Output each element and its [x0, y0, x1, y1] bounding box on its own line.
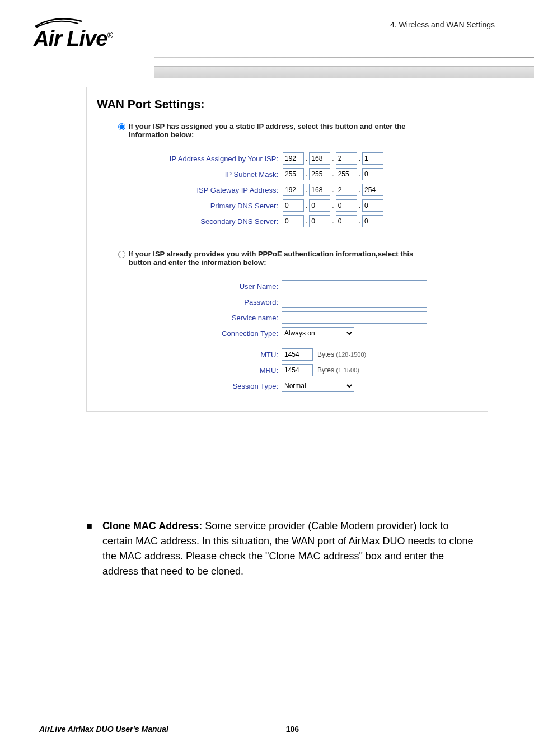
pppoe-radio-label: If your ISP already provides you with PP… [129, 250, 431, 267]
logo-registered: ® [107, 31, 112, 40]
subnet-oct2[interactable] [309, 168, 330, 180]
primary-dns-oct2[interactable] [309, 199, 330, 212]
subnet-oct3[interactable] [336, 168, 357, 180]
sessiontype-select[interactable]: Normal [282, 380, 354, 392]
mtu-label: MTU: [97, 351, 282, 359]
secondary-dns-label: Secondary DNS Server: [97, 217, 282, 226]
pppoe-radio-row[interactable]: If your ISP already provides you with PP… [118, 250, 477, 267]
subnet-oct4[interactable] [362, 168, 383, 180]
subnet-label: IP Subnet Mask: [97, 170, 282, 179]
mtu-hint: Bytes (128-1500) [317, 351, 366, 358]
static-ip-radio[interactable] [118, 123, 125, 130]
password-field[interactable] [282, 296, 427, 308]
pppoe-form: User Name: Password: Service name: Conne… [97, 280, 477, 392]
ip-assigned-oct1[interactable] [283, 152, 304, 165]
sessiontype-label: Session Type: [97, 382, 282, 390]
static-ip-radio-row[interactable]: If your ISP has assigned you a static IP… [118, 122, 477, 139]
secondary-dns-oct2[interactable] [309, 215, 330, 227]
secondary-dns-oct3[interactable] [336, 215, 357, 227]
footer-manual-title: AirLive AirMax DUO User's Manual [39, 725, 168, 734]
password-label: Password: [97, 298, 282, 306]
mru-label: MRU: [97, 366, 282, 375]
page-footer: AirLive AirMax DUO User's Manual 106 [39, 725, 495, 734]
ip-assigned-oct4[interactable] [362, 152, 383, 165]
brand-logo: Air Live® [34, 16, 151, 51]
gateway-oct4[interactable] [362, 184, 383, 196]
conntype-select[interactable]: Always on [282, 327, 354, 339]
mru-hint: Bytes (1-1500) [317, 366, 359, 374]
gateway-label: ISP Gateway IP Address: [97, 186, 282, 194]
primary-dns-oct3[interactable] [336, 199, 357, 212]
username-label: User Name: [97, 282, 282, 291]
header-divider-bar [154, 66, 534, 78]
wan-port-settings-panel: WAN Port Settings: If your ISP has assig… [86, 87, 488, 412]
gateway-oct3[interactable] [336, 184, 357, 196]
primary-dns-oct1[interactable] [283, 199, 304, 212]
logo-swoosh-icon [34, 16, 84, 28]
servicename-field[interactable] [282, 311, 427, 324]
servicename-label: Service name: [97, 314, 282, 322]
gateway-oct2[interactable] [309, 184, 330, 196]
footer-page-number: 106 [286, 725, 299, 734]
ip-assigned-oct3[interactable] [336, 152, 357, 165]
static-ip-form: IP Address Assigned by Your ISP: . . . I… [97, 152, 477, 227]
secondary-dns-oct1[interactable] [283, 215, 304, 227]
username-field[interactable] [282, 280, 427, 292]
clone-mac-paragraph: ■ Clone MAC Address: Some service provid… [86, 519, 478, 579]
ip-assigned-label: IP Address Assigned by Your ISP: [97, 155, 282, 163]
primary-dns-label: Primary DNS Server: [97, 202, 282, 210]
logo-text: Air Live® [34, 27, 151, 51]
clone-mac-heading: Clone MAC Address: [102, 520, 202, 531]
static-ip-radio-label: If your ISP has assigned you a static IP… [129, 122, 431, 139]
mru-field[interactable] [282, 364, 313, 376]
primary-dns-oct4[interactable] [362, 199, 383, 212]
header-divider-thin [154, 57, 534, 58]
panel-title: WAN Port Settings: [97, 97, 477, 111]
conntype-label: Connection Type: [97, 329, 282, 338]
ip-assigned-oct2[interactable] [309, 152, 330, 165]
subnet-oct1[interactable] [283, 168, 304, 180]
bullet-icon: ■ [86, 519, 92, 579]
pppoe-radio[interactable] [118, 251, 125, 258]
gateway-oct1[interactable] [283, 184, 304, 196]
header-section-label: 4. Wireless and WAN Settings [390, 20, 495, 29]
mtu-field[interactable] [282, 348, 313, 361]
secondary-dns-oct4[interactable] [362, 215, 383, 227]
